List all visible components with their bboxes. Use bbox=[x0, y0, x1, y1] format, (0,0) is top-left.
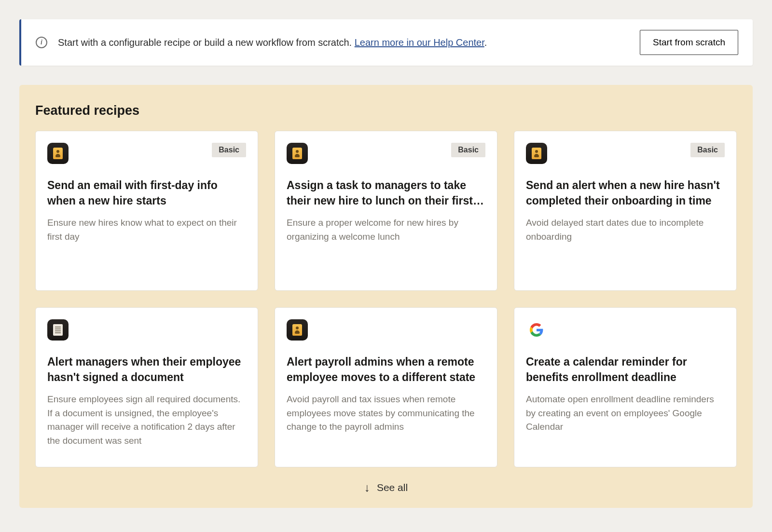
see-all-button[interactable]: ↓ See all bbox=[35, 482, 737, 493]
start-from-scratch-button[interactable]: Start from scratch bbox=[640, 30, 738, 55]
featured-recipes-section: Featured recipes Basic Send an email wit… bbox=[19, 85, 753, 508]
info-banner-prefix: Start with a configurable recipe or buil… bbox=[58, 37, 355, 48]
info-banner-left: i Start with a configurable recipe or bu… bbox=[36, 37, 487, 48]
info-banner-suffix: . bbox=[484, 37, 487, 48]
person-badge-icon bbox=[47, 143, 69, 164]
recipe-tag: Basic bbox=[451, 143, 485, 157]
info-banner-text: Start with a configurable recipe or buil… bbox=[58, 37, 487, 48]
info-icon: i bbox=[36, 37, 47, 48]
recipe-title: Alert payroll admins when a remote emplo… bbox=[287, 354, 485, 385]
recipe-card[interactable]: Alert payroll admins when a remote emplo… bbox=[275, 307, 497, 467]
person-badge-icon bbox=[287, 143, 308, 164]
recipe-card[interactable]: Basic Send an alert when a new hire hasn… bbox=[514, 131, 737, 291]
person-badge-icon bbox=[287, 319, 308, 341]
recipe-title: Send an email with first-day info when a… bbox=[47, 177, 246, 208]
recipe-tag: Basic bbox=[212, 143, 246, 157]
recipe-card[interactable]: Alert managers when their employee hasn'… bbox=[35, 307, 258, 467]
recipe-tag: Basic bbox=[690, 143, 725, 157]
recipe-description: Automate open enrollment deadline remind… bbox=[526, 393, 725, 434]
recipe-card-grid: Basic Send an email with first-day info … bbox=[35, 131, 737, 467]
recipe-description: Ensure new hires know what to expect on … bbox=[47, 216, 246, 244]
recipe-description: Avoid payroll and tax issues when remote… bbox=[287, 393, 485, 434]
person-badge-icon bbox=[526, 143, 547, 164]
recipe-description: Avoid delayed start dates due to incompl… bbox=[526, 216, 725, 244]
recipe-title: Alert managers when their employee hasn'… bbox=[47, 354, 246, 385]
info-banner: i Start with a configurable recipe or bu… bbox=[19, 19, 753, 66]
recipe-title: Send an alert when a new hire hasn't com… bbox=[526, 177, 725, 208]
recipe-description: Ensure a proper welcome for new hires by… bbox=[287, 216, 485, 244]
recipe-title: Assign a task to managers to take their … bbox=[287, 177, 485, 208]
help-center-link[interactable]: Learn more in our Help Center bbox=[355, 37, 484, 48]
document-icon bbox=[47, 319, 69, 341]
see-all-label: See all bbox=[377, 482, 408, 493]
arrow-down-icon: ↓ bbox=[364, 482, 370, 493]
recipe-title: Create a calendar reminder for benefits … bbox=[526, 354, 725, 385]
recipe-card[interactable]: Basic Assign a task to managers to take … bbox=[275, 131, 497, 291]
recipe-card[interactable]: Create a calendar reminder for benefits … bbox=[514, 307, 737, 467]
recipe-description: Ensure employees sign all required docum… bbox=[47, 393, 246, 448]
recipe-card[interactable]: Basic Send an email with first-day info … bbox=[35, 131, 258, 291]
google-icon bbox=[526, 319, 547, 341]
featured-recipes-heading: Featured recipes bbox=[35, 103, 737, 118]
